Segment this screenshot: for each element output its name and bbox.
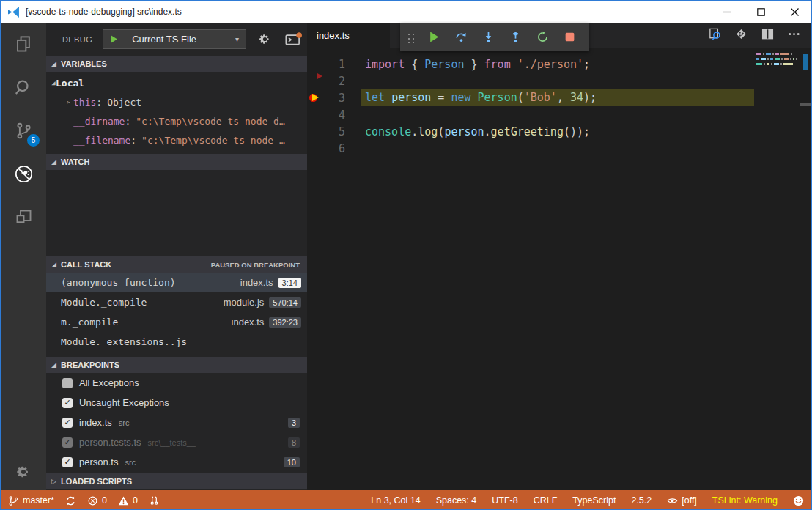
maximize-button[interactable] xyxy=(744,1,778,23)
breakpoint-label: Uncaught Exceptions xyxy=(79,397,169,408)
breakpoint-row[interactable]: ✓person.tests.tssrc\__tests__8 xyxy=(46,432,307,452)
checkbox-checked-icon[interactable]: ✓ xyxy=(62,437,73,448)
toolbar-drag-handle-icon[interactable] xyxy=(406,32,415,43)
breakpoint-label: person.ts xyxy=(79,457,118,468)
status-label: [off] xyxy=(682,495,697,506)
code-line[interactable]: 4 xyxy=(307,106,811,123)
start-debug-icon[interactable] xyxy=(103,30,125,48)
settings-gear-icon[interactable] xyxy=(1,464,46,480)
continue-button[interactable] xyxy=(421,23,448,51)
variable-separator: : xyxy=(130,135,136,146)
twisty-expanded-icon: ◢ xyxy=(51,361,61,369)
configure-gear-icon[interactable] xyxy=(258,32,272,46)
step-over-button[interactable] xyxy=(448,23,475,51)
call-stack-frame[interactable]: Module._extensions..js xyxy=(46,332,307,352)
explorer-icon[interactable] xyxy=(1,23,46,66)
breakpoint-row[interactable]: ✓index.tssrc3 xyxy=(46,413,307,432)
code-text: console.log(person.getGreeting()); xyxy=(345,125,590,138)
status-label: 0 xyxy=(102,495,107,506)
call-stack-title: CALL STACK xyxy=(61,260,111,269)
status-2-5-2[interactable]: 2.5.2 xyxy=(631,495,652,506)
status-0[interactable]: 0 xyxy=(87,495,107,506)
breakpoint-label: index.ts xyxy=(79,417,112,428)
breakpoint-path: src\__tests__ xyxy=(148,438,196,447)
checkbox-checked-icon[interactable]: ✓ xyxy=(62,398,73,408)
status-master[interactable]: master* xyxy=(8,495,54,506)
search-icon[interactable] xyxy=(1,66,46,109)
status-0[interactable]: 0 xyxy=(118,495,138,506)
debug-console-icon[interactable] xyxy=(285,32,303,46)
status-spaces-4[interactable]: Spaces: 4 xyxy=(436,495,477,506)
frame-function: m._compile xyxy=(61,317,118,328)
status-ln-3-col-14[interactable]: Ln 3, Col 14 xyxy=(371,495,420,506)
variable-row[interactable]: __filename:"c:\Temp\vscode-ts-node-… xyxy=(46,130,307,149)
step-into-button[interactable] xyxy=(475,23,502,51)
vscode-logo-icon xyxy=(7,6,20,18)
minimize-button[interactable] xyxy=(710,1,744,23)
status-pull-request[interactable] xyxy=(149,495,160,506)
step-out-button[interactable] xyxy=(502,23,529,51)
status-label: Spaces: 4 xyxy=(436,495,477,506)
status-smiley[interactable] xyxy=(793,495,804,506)
status-sync[interactable] xyxy=(65,495,76,506)
code-line[interactable]: 2 xyxy=(307,73,811,89)
extensions-icon[interactable] xyxy=(1,196,46,239)
code-area[interactable]: 1import { Person } from './person';23let… xyxy=(307,48,811,157)
more-actions-icon[interactable] xyxy=(787,27,801,44)
breakpoint-row[interactable]: ✓Uncaught Exceptions xyxy=(46,393,307,413)
call-stack-frame[interactable]: (anonymous function)index.ts3:14 xyxy=(46,273,307,292)
code-line[interactable]: 3let person = new Person('Bob', 34); xyxy=(307,89,811,106)
tab-index-ts[interactable]: index.ts xyxy=(307,23,390,48)
call-stack-frame[interactable]: m._compileindex.ts392:23 xyxy=(46,312,307,332)
minimap[interactable] xyxy=(756,53,799,68)
variable-row[interactable]: __dirname:"c:\Temp\vscode-ts-node-d… xyxy=(46,111,307,130)
code-line[interactable]: 6 xyxy=(307,140,811,157)
status-typescript[interactable]: TypeScript xyxy=(572,495,616,506)
variables-title: VARIABLES xyxy=(61,59,107,68)
code-line[interactable]: 5console.log(person.getGreeting()); xyxy=(307,123,811,140)
source-control-icon[interactable]: 5 xyxy=(1,109,46,152)
error-icon xyxy=(87,495,98,506)
frame-function: Module._extensions..js xyxy=(61,336,187,347)
restart-button[interactable] xyxy=(529,23,556,51)
frame-file: index.ts xyxy=(240,277,273,288)
status-crlf[interactable]: CRLF xyxy=(534,495,558,506)
variables-list: ◢Local▹this:Object__dirname:"c:\Temp\vsc… xyxy=(46,72,307,154)
breakpoint-line-badge: 8 xyxy=(288,437,300,448)
variable-row[interactable]: ▹this:Object xyxy=(46,92,307,111)
find-icon[interactable] xyxy=(708,27,722,44)
split-editor-icon[interactable] xyxy=(761,27,775,44)
code-line[interactable]: 1import { Person } from './person'; xyxy=(307,56,811,73)
twisty-collapsed-icon: ▹ xyxy=(64,98,73,106)
debug-config-dropdown[interactable]: Current TS File ▾ xyxy=(103,29,246,49)
breakpoint-row[interactable]: All Exceptions xyxy=(46,373,307,393)
status-tslint-warning[interactable]: TSLint: Warning xyxy=(712,495,778,506)
variable-separator: : xyxy=(96,97,102,108)
tab-label: index.ts xyxy=(317,30,350,41)
watch-section-header[interactable]: ◢ WATCH xyxy=(46,154,307,170)
code-text: import { Person } from './person'; xyxy=(345,58,590,71)
minimap-line xyxy=(756,53,799,55)
status-off[interactable]: [off] xyxy=(667,495,697,506)
checkbox-checked-icon[interactable]: ✓ xyxy=(62,418,73,428)
debug-icon[interactable] xyxy=(1,152,46,196)
pull-request-icon xyxy=(149,495,160,506)
loaded-scripts-section-header[interactable]: ▷ LOADED SCRIPTS xyxy=(46,473,307,489)
variables-section-header[interactable]: ◢ VARIABLES xyxy=(46,56,307,72)
breakpoints-section-header[interactable]: ◢ BREAKPOINTS xyxy=(46,357,307,373)
checkbox-checked-icon[interactable]: ✓ xyxy=(62,457,73,468)
stop-button[interactable] xyxy=(556,23,583,51)
variable-separator: : xyxy=(125,116,130,127)
close-button[interactable] xyxy=(778,1,811,23)
status-label: TypeScript xyxy=(572,495,616,506)
scrollbar-slider[interactable] xyxy=(800,103,811,106)
call-stack-frame[interactable]: Module._compilemodule.js570:14 xyxy=(46,292,307,312)
breakpoint-row[interactable]: ✓person.tssrc10 xyxy=(46,452,307,472)
call-stack-section-header[interactable]: ◢ CALL STACK PAUSED ON BREAKPOINT xyxy=(46,256,307,273)
breakpoint-label: person.tests.ts xyxy=(79,437,141,448)
status-utf-8[interactable]: UTF-8 xyxy=(492,495,517,506)
variables-scope-row[interactable]: ◢Local xyxy=(46,73,307,92)
open-changes-icon[interactable] xyxy=(734,27,748,44)
editor-scrollbar[interactable] xyxy=(800,48,811,490)
checkbox-unchecked-icon[interactable] xyxy=(62,378,73,388)
